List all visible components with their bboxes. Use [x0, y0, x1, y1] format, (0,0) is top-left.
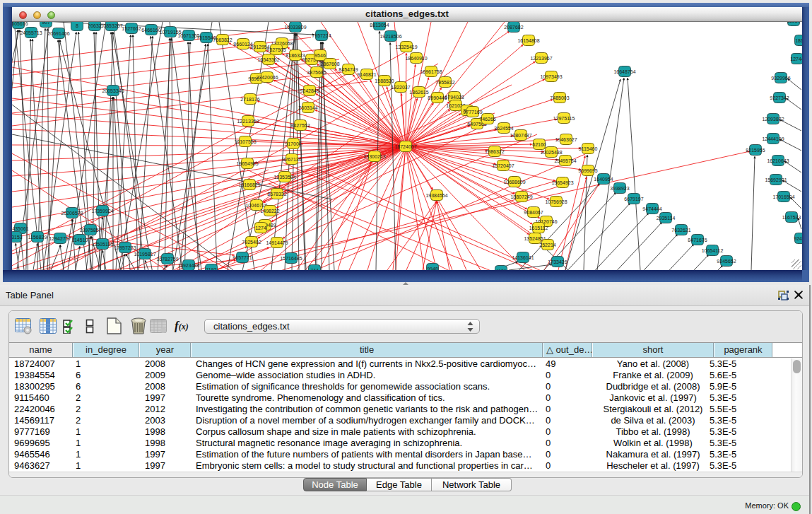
svg-text:7955812: 7955812 [435, 80, 454, 85]
svg-text:20053346: 20053346 [102, 88, 124, 93]
svg-text:14914479: 14914479 [266, 240, 288, 245]
svg-text:3875685: 3875685 [307, 70, 326, 75]
svg-text:6679197: 6679197 [624, 197, 643, 201]
svg-text:12975115: 12975115 [553, 116, 575, 121]
svg-text:19975857: 19975857 [79, 228, 101, 233]
svg-text:1615112: 1615112 [529, 226, 548, 230]
svg-text:10853267: 10853267 [100, 23, 122, 28]
svg-text:24055713: 24055713 [20, 30, 42, 35]
svg-text:1322037: 1322037 [391, 85, 410, 90]
svg-text:9245652: 9245652 [717, 259, 736, 264]
svg-text:10195817: 10195817 [134, 252, 155, 257]
svg-text:16648754: 16648754 [613, 69, 635, 74]
svg-text:907: 907 [42, 22, 50, 25]
svg-text:9327505: 9327505 [266, 47, 286, 52]
svg-text:252214: 252214 [539, 243, 555, 247]
svg-text:9699695: 9699695 [578, 168, 597, 173]
svg-text:9657771: 9657771 [233, 255, 252, 260]
svg-text:4631: 4631 [495, 269, 507, 270]
svg-text:1588520: 1588520 [375, 78, 394, 83]
svg-text:9084067: 9084067 [524, 210, 543, 215]
svg-text:2087682: 2087682 [504, 25, 523, 30]
svg-text:744: 744 [310, 268, 319, 270]
svg-text:10807487: 10807487 [510, 133, 531, 138]
svg-text:13325419: 13325419 [395, 45, 417, 49]
svg-text:8215955: 8215955 [746, 148, 765, 153]
svg-text:16154808: 16154808 [517, 38, 539, 43]
svg-text:917004: 917004 [285, 141, 301, 146]
svg-text:6794028: 6794028 [445, 95, 464, 100]
svg-text:15720407: 15720407 [492, 163, 514, 168]
svg-text:19463627: 19463627 [555, 137, 577, 142]
svg-text:16033809: 16033809 [284, 25, 306, 30]
svg-text:10688609: 10688609 [503, 180, 525, 185]
svg-text:14136141: 14136141 [512, 255, 534, 260]
svg-text:19654985: 19654985 [236, 161, 258, 166]
svg-text:9329966: 9329966 [771, 76, 790, 81]
svg-text:20206578: 20206578 [61, 211, 83, 216]
svg-text:17957223: 17957223 [114, 245, 136, 250]
svg-text:8471676: 8471676 [688, 238, 707, 243]
svg-text:11923486: 11923486 [178, 263, 200, 268]
svg-text:10756928: 10756928 [545, 199, 567, 204]
svg-text:1167533: 1167533 [782, 215, 801, 220]
svg-text:8454749: 8454749 [339, 67, 358, 72]
svg-text:1863: 1863 [795, 38, 802, 43]
svg-text:8427552: 8427552 [290, 123, 310, 128]
svg-text:17016504: 17016504 [772, 194, 794, 199]
svg-text:12093872: 12093872 [762, 117, 784, 122]
svg-text:19218506: 19218506 [379, 34, 401, 39]
svg-text:18640910: 18640910 [405, 56, 427, 61]
svg-text:1192: 1192 [206, 267, 216, 270]
svg-text:18807249: 18807249 [510, 194, 532, 199]
svg-text:435061: 435061 [12, 226, 28, 231]
svg-text:16961758: 16961758 [420, 69, 442, 74]
svg-text:7632621: 7632621 [671, 228, 690, 233]
svg-text:20632: 20632 [88, 23, 102, 28]
svg-text:1362615: 1362615 [409, 90, 428, 95]
svg-text:2718176: 2718176 [240, 97, 259, 102]
svg-text:1274: 1274 [255, 226, 266, 230]
svg-text:12353594: 12353594 [273, 175, 295, 180]
svg-text:746266: 746266 [479, 117, 495, 122]
svg-text:16210643: 16210643 [767, 158, 789, 163]
svg-text:11937: 11937 [787, 22, 801, 23]
svg-text:12213369: 12213369 [237, 119, 259, 124]
svg-text:1605616: 1605616 [12, 22, 28, 26]
svg-text:9546: 9546 [314, 53, 326, 58]
svg-text:20691406: 20691406 [47, 31, 69, 36]
svg-text:1527602: 1527602 [122, 26, 141, 31]
svg-text:1498222: 1498222 [260, 209, 279, 214]
svg-text:7957224: 7957224 [312, 33, 331, 38]
svg-text:2935114: 2935114 [657, 216, 676, 221]
svg-text:15692921: 15692921 [765, 177, 787, 182]
svg-text:9115460: 9115460 [579, 146, 598, 151]
svg-text:8: 8 [76, 23, 78, 28]
svg-text:15716485: 15716485 [280, 256, 302, 261]
svg-text:12213967: 12213967 [530, 56, 552, 61]
svg-text:12942757: 12942757 [49, 236, 71, 241]
svg-text:9146821: 9146821 [357, 72, 376, 77]
svg-text:12744: 12744 [790, 57, 802, 62]
svg-text:10654112: 10654112 [702, 248, 724, 253]
svg-text:3624554: 3624554 [494, 126, 513, 131]
svg-text:92450: 92450 [794, 236, 802, 241]
svg-text:62160: 62160 [532, 142, 546, 147]
svg-text:7485003: 7485003 [550, 95, 569, 100]
svg-text:16782759: 16782759 [156, 257, 178, 262]
svg-text:1640954: 1640954 [594, 177, 613, 182]
svg-text:9948: 9948 [427, 267, 438, 270]
svg-text:10025438: 10025438 [540, 150, 562, 155]
svg-text:9227342: 9227342 [770, 95, 789, 100]
svg-text:23420046: 23420046 [256, 75, 278, 80]
svg-text:12444199: 12444199 [762, 136, 784, 141]
svg-text:16107553: 16107553 [234, 139, 256, 144]
svg-text:7925402: 7925402 [242, 240, 261, 245]
svg-text:19654923: 19654923 [551, 180, 573, 185]
svg-text:9474444: 9474444 [642, 206, 661, 211]
svg-text:2603144: 2603144 [298, 105, 317, 110]
svg-text:8813054: 8813054 [370, 23, 389, 28]
svg-text:3938923: 3938923 [610, 186, 629, 191]
svg-text:7663822: 7663822 [213, 37, 232, 42]
svg-text:8678332: 8678332 [267, 192, 286, 197]
